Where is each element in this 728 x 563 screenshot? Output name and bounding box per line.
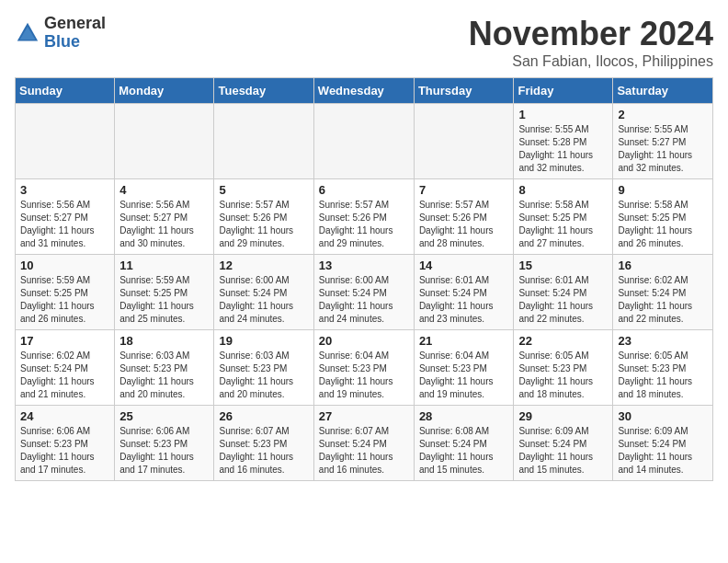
day-number: 3 — [20, 183, 109, 197]
weekday-header-wednesday: Wednesday — [313, 78, 414, 104]
day-number: 28 — [419, 409, 509, 423]
calendar-cell: 15Sunrise: 6:01 AM Sunset: 5:24 PM Dayli… — [514, 255, 613, 330]
day-info: Sunrise: 6:06 AM Sunset: 5:23 PM Dayligh… — [119, 425, 209, 477]
day-number: 26 — [219, 409, 308, 423]
location-title: San Fabian, Ilocos, Philippines — [469, 53, 713, 70]
day-number: 23 — [618, 334, 708, 348]
day-number: 20 — [319, 334, 409, 348]
calendar-cell: 6Sunrise: 5:57 AM Sunset: 5:26 PM Daylig… — [313, 179, 414, 255]
calendar-cell: 20Sunrise: 6:04 AM Sunset: 5:23 PM Dayli… — [313, 330, 414, 406]
day-info: Sunrise: 5:55 AM Sunset: 5:28 PM Dayligh… — [518, 123, 608, 175]
weekday-header-thursday: Thursday — [414, 78, 514, 104]
day-number: 19 — [219, 334, 308, 348]
day-info: Sunrise: 5:59 AM Sunset: 5:25 PM Dayligh… — [119, 274, 209, 326]
calendar-cell: 21Sunrise: 6:04 AM Sunset: 5:23 PM Dayli… — [414, 330, 514, 406]
calendar-cell: 11Sunrise: 5:59 AM Sunset: 5:25 PM Dayli… — [115, 255, 214, 330]
calendar-table: SundayMondayTuesdayWednesdayThursdayFrid… — [15, 77, 713, 481]
day-info: Sunrise: 6:08 AM Sunset: 5:24 PM Dayligh… — [419, 425, 509, 477]
week-row-2: 3Sunrise: 5:56 AM Sunset: 5:27 PM Daylig… — [16, 179, 713, 255]
day-number: 17 — [20, 334, 109, 348]
day-number: 14 — [419, 259, 509, 272]
week-row-3: 10Sunrise: 5:59 AM Sunset: 5:25 PM Dayli… — [16, 255, 713, 330]
calendar-cell: 16Sunrise: 6:02 AM Sunset: 5:24 PM Dayli… — [613, 255, 713, 330]
calendar-cell: 13Sunrise: 6:00 AM Sunset: 5:24 PM Dayli… — [313, 255, 414, 330]
day-number: 2 — [618, 108, 708, 121]
weekday-header-friday: Friday — [514, 78, 613, 104]
day-number: 25 — [119, 409, 209, 423]
day-number: 9 — [618, 183, 708, 197]
calendar-cell: 18Sunrise: 6:03 AM Sunset: 5:23 PM Dayli… — [115, 330, 214, 406]
day-info: Sunrise: 5:57 AM Sunset: 5:26 PM Dayligh… — [419, 199, 509, 250]
calendar-cell: 28Sunrise: 6:08 AM Sunset: 5:24 PM Dayli… — [414, 406, 514, 481]
day-number: 5 — [219, 183, 308, 197]
day-info: Sunrise: 5:56 AM Sunset: 5:27 PM Dayligh… — [20, 199, 109, 250]
calendar-cell: 30Sunrise: 6:09 AM Sunset: 5:24 PM Dayli… — [613, 406, 713, 481]
day-info: Sunrise: 6:09 AM Sunset: 5:24 PM Dayligh… — [518, 425, 608, 477]
day-number: 1 — [518, 108, 608, 121]
calendar-cell: 14Sunrise: 6:01 AM Sunset: 5:24 PM Dayli… — [414, 255, 514, 330]
calendar-cell: 10Sunrise: 5:59 AM Sunset: 5:25 PM Dayli… — [16, 255, 115, 330]
day-number: 8 — [518, 183, 608, 197]
day-number: 24 — [20, 409, 109, 423]
weekday-header-tuesday: Tuesday — [214, 78, 313, 104]
week-row-4: 17Sunrise: 6:02 AM Sunset: 5:24 PM Dayli… — [16, 330, 713, 406]
calendar-cell: 19Sunrise: 6:03 AM Sunset: 5:23 PM Dayli… — [214, 330, 313, 406]
day-info: Sunrise: 6:07 AM Sunset: 5:23 PM Dayligh… — [219, 425, 308, 477]
day-info: Sunrise: 6:06 AM Sunset: 5:23 PM Dayligh… — [20, 425, 109, 477]
day-info: Sunrise: 5:58 AM Sunset: 5:25 PM Dayligh… — [518, 199, 608, 250]
day-info: Sunrise: 6:01 AM Sunset: 5:24 PM Dayligh… — [518, 274, 608, 326]
day-info: Sunrise: 6:04 AM Sunset: 5:23 PM Dayligh… — [319, 350, 409, 401]
calendar-cell: 2Sunrise: 5:55 AM Sunset: 5:27 PM Daylig… — [613, 104, 713, 179]
calendar-cell: 3Sunrise: 5:56 AM Sunset: 5:27 PM Daylig… — [16, 179, 115, 255]
weekday-header-saturday: Saturday — [613, 78, 713, 104]
calendar-cell: 23Sunrise: 6:05 AM Sunset: 5:23 PM Dayli… — [613, 330, 713, 406]
weekday-header-sunday: Sunday — [16, 78, 115, 104]
day-info: Sunrise: 6:00 AM Sunset: 5:24 PM Dayligh… — [319, 274, 409, 326]
month-title: November 2024 — [469, 15, 713, 53]
day-number: 27 — [319, 409, 409, 423]
day-number: 22 — [518, 334, 608, 348]
calendar-cell: 1Sunrise: 5:55 AM Sunset: 5:28 PM Daylig… — [514, 104, 613, 179]
day-info: Sunrise: 5:57 AM Sunset: 5:26 PM Dayligh… — [319, 199, 409, 250]
day-info: Sunrise: 5:55 AM Sunset: 5:27 PM Dayligh… — [618, 123, 708, 175]
calendar-cell: 7Sunrise: 5:57 AM Sunset: 5:26 PM Daylig… — [414, 179, 514, 255]
day-number: 10 — [20, 259, 109, 272]
day-number: 29 — [518, 409, 608, 423]
day-info: Sunrise: 6:09 AM Sunset: 5:24 PM Dayligh… — [618, 425, 708, 477]
day-info: Sunrise: 6:05 AM Sunset: 5:23 PM Dayligh… — [518, 350, 608, 401]
day-number: 21 — [419, 334, 509, 348]
page-header: General Blue November 2024 San Fabian, I… — [15, 15, 713, 70]
calendar-cell: 26Sunrise: 6:07 AM Sunset: 5:23 PM Dayli… — [214, 406, 313, 481]
calendar-cell: 5Sunrise: 5:57 AM Sunset: 5:26 PM Daylig… — [214, 179, 313, 255]
day-info: Sunrise: 6:01 AM Sunset: 5:24 PM Dayligh… — [419, 274, 509, 326]
calendar-cell: 29Sunrise: 6:09 AM Sunset: 5:24 PM Dayli… — [514, 406, 613, 481]
calendar-cell — [313, 104, 414, 179]
day-number: 6 — [319, 183, 409, 197]
calendar-cell: 24Sunrise: 6:06 AM Sunset: 5:23 PM Dayli… — [16, 406, 115, 481]
logo-icon — [15, 20, 40, 46]
calendar-cell: 9Sunrise: 5:58 AM Sunset: 5:25 PM Daylig… — [613, 179, 713, 255]
weekday-header-monday: Monday — [115, 78, 214, 104]
day-info: Sunrise: 5:56 AM Sunset: 5:27 PM Dayligh… — [119, 199, 209, 250]
title-block: November 2024 San Fabian, Ilocos, Philip… — [469, 15, 713, 70]
calendar-cell — [414, 104, 514, 179]
calendar-cell: 12Sunrise: 6:00 AM Sunset: 5:24 PM Dayli… — [214, 255, 313, 330]
weekday-header-row: SundayMondayTuesdayWednesdayThursdayFrid… — [16, 78, 713, 104]
day-info: Sunrise: 6:03 AM Sunset: 5:23 PM Dayligh… — [119, 350, 209, 401]
calendar-cell — [214, 104, 313, 179]
day-info: Sunrise: 6:03 AM Sunset: 5:23 PM Dayligh… — [219, 350, 308, 401]
day-number: 4 — [119, 183, 209, 197]
calendar-cell: 22Sunrise: 6:05 AM Sunset: 5:23 PM Dayli… — [514, 330, 613, 406]
calendar-cell: 27Sunrise: 6:07 AM Sunset: 5:24 PM Dayli… — [313, 406, 414, 481]
week-row-1: 1Sunrise: 5:55 AM Sunset: 5:28 PM Daylig… — [16, 104, 713, 179]
day-number: 13 — [319, 259, 409, 272]
day-number: 18 — [119, 334, 209, 348]
calendar-cell: 25Sunrise: 6:06 AM Sunset: 5:23 PM Dayli… — [115, 406, 214, 481]
day-info: Sunrise: 5:57 AM Sunset: 5:26 PM Dayligh… — [219, 199, 308, 250]
day-number: 11 — [119, 259, 209, 272]
day-number: 15 — [518, 259, 608, 272]
logo-text: General Blue — [44, 15, 106, 52]
logo-blue-text: Blue — [44, 32, 80, 51]
day-number: 16 — [618, 259, 708, 272]
day-info: Sunrise: 6:07 AM Sunset: 5:24 PM Dayligh… — [319, 425, 409, 477]
